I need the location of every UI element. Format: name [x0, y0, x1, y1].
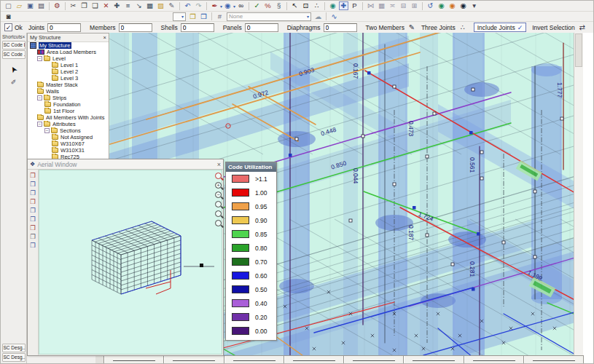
mesh-icon[interactable]: ⊟ — [399, 1, 408, 10]
grid-cell[interactable] — [404, 356, 464, 364]
count-field-panels[interactable] — [245, 23, 278, 32]
cut-icon[interactable]: ✂ — [69, 1, 78, 10]
brush-icon[interactable]: ✎ — [167, 1, 176, 10]
count-field-members[interactable] — [119, 23, 152, 32]
view-front-icon[interactable]: ❐ — [30, 189, 36, 197]
render-dark-icon[interactable]: ◉ — [458, 1, 468, 10]
view-back-icon[interactable]: ❐ — [30, 206, 36, 215]
view-bottom-icon[interactable]: ❒ — [30, 215, 36, 223]
aerial-close-icon[interactable]: × — [217, 161, 221, 168]
folder-icon[interactable]: ▨ — [156, 1, 165, 10]
two-members-icon[interactable]: ✎ — [407, 23, 417, 32]
tree-item-attributes[interactable]: −Attributes — [28, 121, 109, 127]
tree-item-master-stack[interactable]: Master Stack — [28, 82, 109, 88]
find-icon[interactable]: ∞ — [236, 1, 246, 10]
load-case-combo[interactable]: None▾ — [227, 12, 311, 21]
shortcuts-close-icon[interactable]: × — [22, 34, 25, 39]
tree-item-w310x31[interactable]: W310X31 — [28, 147, 109, 154]
shortcut-button-1[interactable]: SC Code ... — [2, 50, 26, 59]
count-field-shells[interactable] — [181, 23, 214, 32]
new-icon[interactable]: ▢ — [4, 1, 13, 10]
count-field-joints[interactable] — [47, 23, 81, 32]
tree-item-not-assigned[interactable]: Not Assigned — [28, 134, 109, 141]
tree-expander-icon[interactable]: − — [44, 128, 50, 133]
polygon-select-icon[interactable]: ∴ — [312, 1, 321, 10]
open-icon[interactable]: ▱ — [15, 1, 24, 10]
select-cursor-icon[interactable]: ↖ — [290, 1, 300, 10]
paint-icon-dropdown[interactable]: ▾ — [220, 4, 222, 9]
aerial-view-canvas[interactable] — [39, 170, 222, 355]
redo-icon[interactable]: ↷ — [194, 1, 203, 10]
design-shortcut-button-0[interactable]: SC Desg... — [2, 344, 26, 352]
zoom-pan-icon[interactable] — [215, 220, 222, 226]
edit-tool-icon[interactable]: ✐ — [9, 79, 19, 86]
view-iso-icon[interactable]: ❒ — [30, 171, 36, 180]
member-check-icon[interactable]: ✓ — [252, 1, 262, 10]
tree-item-strips[interactable]: −Strips — [28, 95, 109, 101]
tools-icon[interactable]: ⚙ — [52, 1, 62, 10]
three-joints-icon[interactable]: ∴ — [458, 23, 468, 32]
panel-icon[interactable]: ▦ — [377, 1, 386, 10]
paint-icon[interactable]: ✒ — [210, 1, 219, 10]
zoom-out-icon[interactable]: − — [215, 191, 222, 198]
tree-item-1st-floor[interactable]: 1st Floor — [28, 108, 109, 114]
link-icon[interactable]: ⋈ — [366, 1, 375, 10]
report-icon[interactable]: § — [274, 1, 284, 10]
zoom-window-icon[interactable] — [215, 173, 222, 179]
tree-close-icon[interactable]: × — [103, 34, 106, 41]
box-select-icon[interactable]: ⊡ — [301, 1, 310, 10]
chart-icon[interactable]: ∿ — [329, 12, 339, 21]
grid-cell[interactable] — [284, 356, 344, 364]
properties-icon[interactable]: P — [350, 1, 359, 10]
code-check-icon[interactable]: % — [263, 1, 273, 10]
vertical-scrollbar[interactable] — [574, 33, 583, 355]
zoom-menu-icon-dropdown[interactable]: ▾ — [233, 4, 235, 9]
move-icon[interactable]: ✚ — [112, 1, 122, 10]
model-cube2-icon[interactable]: ❒ — [199, 12, 208, 21]
overflow-icon[interactable]: ▾ — [469, 1, 479, 10]
view-side-icon[interactable]: ❒ — [30, 197, 36, 206]
tree-expander-icon[interactable]: − — [37, 56, 42, 61]
tree-item-my-structure[interactable]: My Structure — [28, 42, 109, 49]
tree-item-level[interactable]: −Level — [28, 55, 109, 62]
print-icon[interactable]: ▤ — [36, 1, 46, 10]
model-cube-icon[interactable]: ❒ — [188, 12, 198, 21]
zoom-menu-icon[interactable]: ◉ — [223, 1, 232, 10]
include-joints-button[interactable]: Include Joints✓ — [474, 23, 527, 32]
grid-cell[interactable] — [344, 356, 404, 364]
tree-item-level-2[interactable]: Level 2 — [28, 68, 109, 75]
save-icon[interactable]: ▣ — [26, 1, 35, 10]
grid-box-icon[interactable]: ▦ — [145, 1, 155, 10]
tree-item-foundation[interactable]: Foundation — [28, 101, 109, 108]
grid-cell[interactable] — [524, 356, 584, 364]
render-orange-icon[interactable]: ◉ — [448, 1, 457, 10]
stretch-icon[interactable]: ↘ — [134, 1, 144, 10]
paste-icon[interactable]: ❏ — [90, 1, 100, 10]
refresh-icon[interactable]: ↺ — [426, 1, 435, 10]
delete-icon[interactable]: ✕ — [101, 1, 111, 10]
tree-item-level-3[interactable]: Level 3 — [28, 75, 109, 82]
view-render-icon[interactable]: ❒ — [30, 223, 36, 232]
tree-item-level-1[interactable]: Level 1 — [28, 62, 109, 68]
split-icon[interactable]: ⊞ — [410, 1, 419, 10]
tree-expander-icon[interactable]: − — [37, 122, 42, 127]
grid-cell[interactable] — [164, 356, 224, 364]
grid-cell[interactable] — [104, 356, 164, 364]
count-field-diaphragms[interactable] — [324, 23, 357, 32]
style-combo[interactable]: ▾ — [173, 12, 186, 21]
capture-icon[interactable]: ◙ — [4, 12, 13, 21]
tree-item-all-members-with-joints[interactable]: All Members With Joints — [28, 114, 109, 121]
merge-icon[interactable]: ≍ — [388, 1, 397, 10]
shortcut-button-0[interactable]: SC Code L... — [2, 41, 26, 50]
select-cursor-icon[interactable]: ➤ — [7, 63, 20, 76]
grid-cell[interactable] — [224, 356, 284, 364]
grid-cell[interactable] — [464, 356, 524, 364]
cloud-icon[interactable]: ☁ — [313, 12, 323, 21]
tree-expander-icon[interactable]: − — [37, 95, 42, 100]
design-shortcut-button-1[interactable]: SC Desg... — [2, 353, 26, 362]
invert-selection-icon[interactable]: ⇄ — [577, 23, 587, 32]
scrollbar-thumb[interactable] — [575, 33, 582, 67]
crosshair-icon[interactable]: ✚ — [339, 1, 348, 10]
view-eye-icon[interactable]: ◉ — [328, 1, 337, 10]
render-green-icon[interactable]: ◉ — [437, 1, 446, 10]
